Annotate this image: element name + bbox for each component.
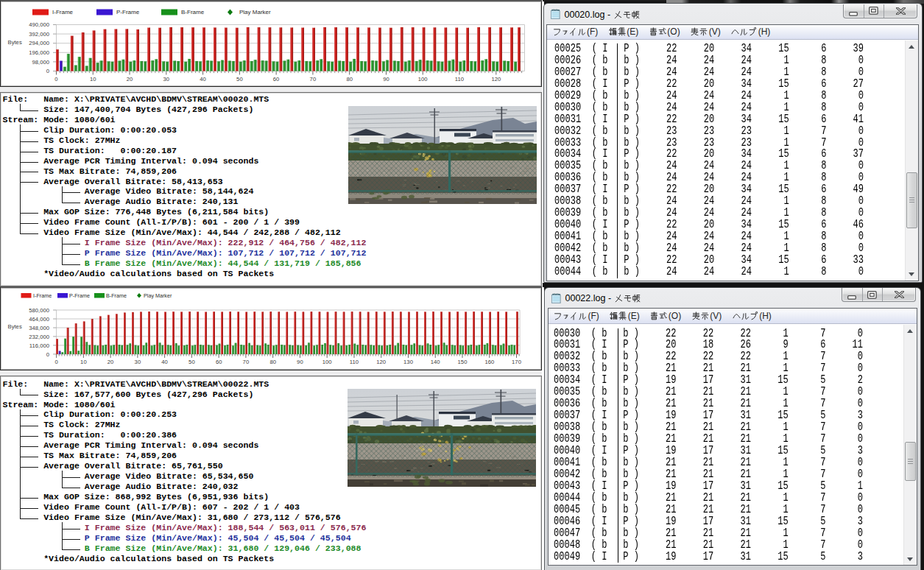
svg-text:30: 30: [163, 76, 170, 82]
svg-text:I-Frame: I-Frame: [52, 9, 74, 15]
svg-text:10: 10: [80, 359, 87, 365]
svg-text:0: 0: [46, 351, 49, 357]
svg-text:90: 90: [297, 359, 303, 365]
svg-text:40: 40: [200, 76, 206, 82]
svg-text:B-Frame: B-Frame: [106, 292, 127, 299]
svg-text:196,000: 196,000: [29, 49, 49, 56]
svg-text:170: 170: [512, 359, 521, 365]
svg-text:P-Frame: P-Frame: [116, 9, 140, 15]
svg-text:120: 120: [376, 359, 386, 365]
svg-text:70: 70: [243, 359, 250, 365]
svg-text:Bytes: Bytes: [8, 323, 22, 329]
svg-text:60: 60: [273, 76, 280, 82]
svg-text:0: 0: [46, 68, 49, 74]
svg-text:P-Frame: P-Frame: [69, 292, 90, 299]
svg-text:40: 40: [161, 359, 168, 365]
svg-text:90: 90: [383, 76, 389, 82]
svg-text:50: 50: [188, 359, 195, 365]
svg-text:20: 20: [127, 76, 133, 82]
svg-text:140: 140: [431, 359, 440, 365]
svg-text:294,000: 294,000: [29, 40, 49, 46]
svg-text:392,000: 392,000: [29, 31, 49, 38]
svg-text:60: 60: [216, 359, 222, 365]
svg-text:232,000: 232,000: [29, 333, 49, 339]
svg-text:490,000: 490,000: [29, 21, 49, 28]
svg-text:80: 80: [346, 76, 353, 82]
svg-text:110: 110: [455, 76, 464, 82]
svg-text:150: 150: [458, 359, 468, 365]
svg-text:580,000: 580,000: [29, 306, 49, 313]
svg-text:50: 50: [236, 76, 243, 82]
svg-text:116,000: 116,000: [29, 342, 49, 348]
svg-text:464,000: 464,000: [29, 315, 49, 322]
svg-text:0: 0: [54, 76, 57, 82]
svg-text:Play Marker: Play Marker: [239, 9, 271, 15]
svg-text:80: 80: [269, 359, 276, 365]
svg-text:160: 160: [484, 359, 494, 365]
svg-text:0: 0: [54, 359, 57, 365]
svg-text:100: 100: [322, 359, 332, 365]
svg-text:30: 30: [135, 359, 141, 365]
svg-text:348,000: 348,000: [29, 324, 49, 331]
svg-text:100: 100: [418, 76, 428, 82]
svg-text:Play Marker: Play Marker: [144, 292, 172, 299]
svg-text:I-Frame: I-Frame: [33, 292, 52, 299]
svg-text:10: 10: [90, 76, 96, 82]
svg-text:B-Frame: B-Frame: [181, 9, 205, 15]
svg-text:70: 70: [310, 76, 317, 82]
svg-text:20: 20: [107, 359, 114, 365]
svg-text:110: 110: [350, 359, 359, 365]
svg-text:130: 130: [403, 359, 413, 365]
svg-text:98,000: 98,000: [32, 59, 49, 66]
svg-text:Bytes: Bytes: [8, 39, 22, 46]
svg-text:120: 120: [491, 76, 501, 82]
